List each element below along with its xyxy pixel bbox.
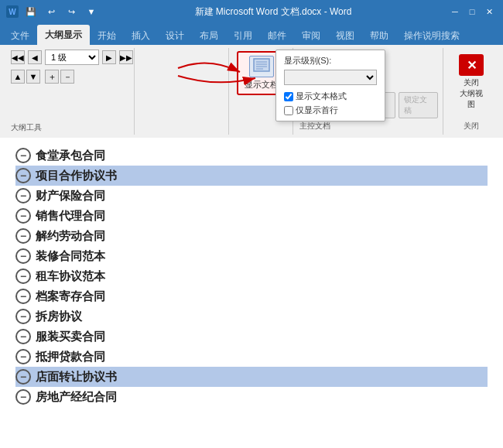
- outline-text: 房地产经纪合同: [36, 390, 117, 405]
- title-bar: W 💾 ↩ ↪ ▼ 新建 Microsoft Word 文档.docx - Wo…: [0, 0, 503, 23]
- show-text-format-row: 显示文本格式: [284, 91, 377, 102]
- redo-titlebar-btn[interactable]: ↪: [63, 5, 79, 19]
- outline-item[interactable]: − 拆房协议: [15, 306, 488, 327]
- outline-bullet: −: [15, 208, 31, 224]
- demote-one-btn[interactable]: ▶: [102, 50, 116, 64]
- tab-insert[interactable]: 插入: [124, 26, 158, 45]
- close-label: 关闭: [464, 118, 479, 132]
- tab-layout[interactable]: 布局: [192, 26, 226, 45]
- outline-text: 装修合同范本: [36, 249, 105, 264]
- outline-text: 销售代理合同: [36, 209, 105, 224]
- show-level-dropdown[interactable]: 1 级 2 级 全部级别: [284, 70, 377, 85]
- move-up-btn[interactable]: ▲: [11, 70, 25, 84]
- move-down-btn[interactable]: ▼: [26, 70, 40, 84]
- tab-help[interactable]: 帮助: [362, 26, 396, 45]
- show-level-section: 显示级别(S): 1 级 2 级 全部级别 显示文本格式 仅显示首行: [136, 48, 229, 135]
- title-bar-left: W 💾 ↩ ↪ ▼: [6, 5, 99, 19]
- outline-text: 项目合作协议书: [36, 169, 117, 183]
- minimize-btn[interactable]: ─: [447, 5, 463, 19]
- first-line-only-check[interactable]: [284, 106, 293, 115]
- first-line-only-row: 仅显示首行: [284, 104, 377, 116]
- outline-bullet: −: [15, 329, 31, 344]
- outline-bullet: −: [15, 268, 31, 284]
- outline-item[interactable]: − 项目合作协议书: [15, 166, 488, 186]
- ribbon-toolbar: ◀◀ ◀ 1 级 2 级 3 级 ▶ ▶▶ ▲ ▼ ＋ － 大纲工具 显示级别(…: [0, 45, 503, 138]
- demote-btn[interactable]: ▶▶: [119, 50, 133, 64]
- outline-text: 抵押贷款合同: [36, 350, 105, 364]
- promote-btn[interactable]: ◀◀: [11, 50, 25, 64]
- outline-bullet: −: [15, 148, 31, 163]
- outline-text: 租车协议范本: [36, 269, 105, 284]
- word-icon: W: [6, 5, 19, 18]
- outline-item[interactable]: − 食堂承包合同: [15, 145, 488, 166]
- level-select[interactable]: 1 级 2 级 3 级: [45, 50, 99, 65]
- show-level-popup-label: 显示级别(S):: [284, 55, 377, 67]
- outline-text: 档案寄存合同: [36, 289, 105, 304]
- outline-item[interactable]: − 财产保险合同: [15, 186, 488, 206]
- doc-content: − 食堂承包合同 − 项目合作协议书 − 财产保险合同 − 销售代理合同 − 解…: [0, 138, 503, 448]
- close-outline-icon: ✕: [459, 54, 484, 76]
- outline-item[interactable]: − 服装买卖合同: [15, 327, 488, 347]
- lock-btn: 锁定文稿: [399, 92, 438, 118]
- first-line-only-label: 仅显示首行: [296, 104, 338, 116]
- tab-home[interactable]: 开始: [90, 26, 124, 45]
- expand-btn[interactable]: ＋: [45, 70, 59, 84]
- outline-bullet: −: [15, 349, 31, 364]
- outline-bullet: −: [15, 289, 31, 304]
- show-doc-icon: [249, 56, 274, 77]
- window-title: 新建 Microsoft Word 文档.docx - Word: [99, 5, 447, 19]
- outline-item[interactable]: − 解约劳动合同: [15, 226, 488, 246]
- level-row: ◀◀ ◀ 1 级 2 级 3 级 ▶ ▶▶: [11, 50, 133, 65]
- outline-tools-label: 大纲工具: [11, 120, 42, 133]
- outline-bullet: −: [15, 228, 31, 244]
- outline-bullet: −: [15, 248, 31, 264]
- outline-item[interactable]: − 装修合同范本: [15, 246, 488, 266]
- outline-bullet: −: [15, 168, 31, 183]
- ribbon-tabs: 文件 大纲显示 开始 插入 设计 布局 引用 邮件 审阅 视图 帮助 操作说明搜…: [0, 23, 503, 45]
- outline-bullet: −: [15, 188, 31, 203]
- close-outline-view-btn[interactable]: ✕ 关闭大纲视图: [451, 51, 492, 113]
- close-outline-label: 关闭大纲视图: [457, 77, 486, 110]
- close-section: ✕ 关闭大纲视图 关闭: [445, 48, 498, 135]
- outline-item[interactable]: − 租车协议范本: [15, 266, 488, 286]
- show-text-format-check[interactable]: [284, 92, 293, 101]
- expand-row: ▲ ▼ ＋ －: [11, 70, 74, 84]
- outline-text: 服装买卖合同: [36, 330, 105, 344]
- close-window-btn[interactable]: ✕: [481, 5, 497, 19]
- outline-text: 解约劳动合同: [36, 229, 105, 244]
- outline-text: 食堂承包合同: [36, 149, 105, 163]
- tab-review[interactable]: 审阅: [294, 26, 328, 45]
- collapse-btn[interactable]: －: [60, 70, 74, 84]
- show-text-format-label: 显示文本格式: [296, 91, 347, 102]
- outline-item[interactable]: − 销售代理合同: [15, 206, 488, 226]
- title-bar-controls: ─ □ ✕: [447, 5, 497, 19]
- undo-titlebar-btn[interactable]: ↩: [43, 5, 59, 19]
- outline-level-section: ◀◀ ◀ 1 级 2 级 3 级 ▶ ▶▶ ▲ ▼ ＋ － 大纲工具: [5, 48, 135, 135]
- menu-titlebar-btn[interactable]: ▼: [84, 5, 99, 19]
- tab-outline[interactable]: 大纲显示: [37, 25, 90, 45]
- outline-item[interactable]: − 抵押贷款合同: [15, 347, 488, 367]
- outline-text: 财产保险合同: [36, 189, 105, 203]
- show-level-popup: 显示级别(S): 1 级 2 级 全部级别 显示文本格式 仅显示首行: [275, 50, 385, 121]
- promote-one-btn[interactable]: ◀: [28, 50, 42, 64]
- outline-item[interactable]: − 房地产经纪合同: [15, 387, 488, 407]
- outline-item[interactable]: − 店面转让协议书: [15, 367, 488, 387]
- outline-bullet: −: [15, 369, 31, 385]
- outline-item[interactable]: − 档案寄存合同: [15, 286, 488, 306]
- save-titlebar-btn[interactable]: 💾: [23, 5, 39, 19]
- maximize-btn[interactable]: □: [464, 5, 480, 19]
- tab-search[interactable]: 操作说明搜索: [396, 26, 467, 45]
- outline-bullet: −: [15, 389, 31, 405]
- show-doc-label: 显示文档: [245, 79, 279, 91]
- tab-design[interactable]: 设计: [158, 26, 192, 45]
- tab-file[interactable]: 文件: [3, 26, 37, 45]
- outline-bullet: −: [15, 309, 31, 324]
- svg-rect-0: [254, 59, 269, 71]
- outline-text: 拆房协议: [36, 309, 82, 324]
- tab-view[interactable]: 视图: [328, 26, 362, 45]
- outline-text: 店面转让协议书: [36, 370, 117, 385]
- tab-ref[interactable]: 引用: [226, 26, 260, 45]
- tab-mail[interactable]: 邮件: [260, 26, 294, 45]
